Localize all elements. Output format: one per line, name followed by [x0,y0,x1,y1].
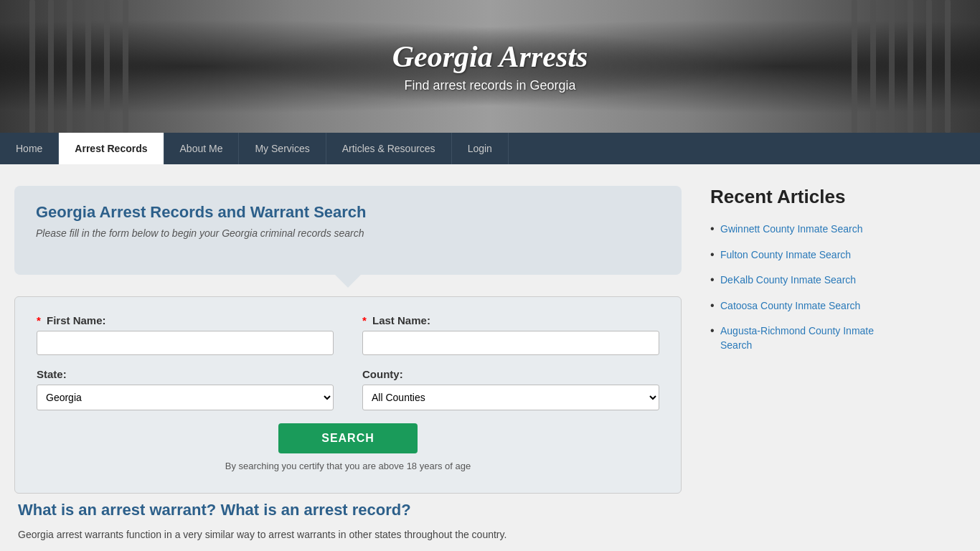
bottom-title: What is an arrest warrant? What is an ar… [18,501,678,519]
site-title: Georgia Arrests [392,39,588,74]
sidebar: Recent Articles Gwinnett County Inmate S… [696,179,897,551]
article-catoosa[interactable]: Catoosa County Inmate Search [720,300,860,311]
nav-login[interactable]: Login [452,133,509,164]
nav-my-services[interactable]: My Services [239,133,326,164]
county-group: County: All Counties Fulton County Gwinn… [362,368,659,410]
state-label: State: [37,368,334,380]
recent-articles-list: Gwinnett County Inmate Search Fulton Cou… [710,222,882,353]
main-wrapper: Georgia Arrest Records and Warrant Searc… [0,164,980,551]
article-gwinnett[interactable]: Gwinnett County Inmate Search [720,223,862,235]
article-augusta[interactable]: Augusta-Richmond County Inmate Search [720,325,874,351]
search-form-area: * First Name: * Last Name: State: [14,296,682,494]
first-name-label: * First Name: [37,314,334,326]
list-item: Catoosa County Inmate Search [710,299,882,314]
last-name-label: * Last Name: [362,314,659,326]
search-box-title: Georgia Arrest Records and Warrant Searc… [36,203,660,222]
sidebar-title: Recent Articles [710,186,882,208]
header-bars-left [0,0,158,133]
first-name-group: * First Name: [37,314,334,355]
list-item: Gwinnett County Inmate Search [710,222,882,237]
search-box-subtitle: Please fill in the form below to begin y… [36,227,660,239]
last-name-required: * [362,314,367,326]
list-item: DeKalb County Inmate Search [710,273,882,288]
article-dekalb[interactable]: DeKalb County Inmate Search [720,274,856,286]
site-header: Georgia Arrests Find arrest records in G… [0,0,980,133]
search-info-box: Georgia Arrest Records and Warrant Searc… [14,186,682,275]
bottom-section: What is an arrest warrant? What is an ar… [14,494,682,550]
county-label: County: [362,368,659,380]
county-select[interactable]: All Counties Fulton County Gwinnett Coun… [362,385,659,410]
nav-arrest-records[interactable]: Arrest Records [59,133,164,164]
first-name-required: * [37,314,41,326]
content-area: Georgia Arrest Records and Warrant Searc… [0,179,696,551]
main-nav: Home Arrest Records About Me My Services… [0,133,980,164]
state-group: State: Georgia [37,368,334,410]
nav-articles[interactable]: Articles & Resources [326,133,452,164]
bottom-text: Georgia arrest warrants function in a ve… [18,527,678,542]
name-row: * First Name: * Last Name: [37,314,659,355]
list-item: Augusta-Richmond County Inmate Search [710,324,882,352]
nav-home[interactable]: Home [0,133,59,164]
state-select[interactable]: Georgia [37,385,334,410]
first-name-input[interactable] [37,331,334,355]
location-row: State: Georgia County: All Counties Fult… [37,368,659,410]
site-subtitle: Find arrest records in Georgia [392,78,588,93]
header-content: Georgia Arrests Find arrest records in G… [392,39,588,93]
search-button[interactable]: SEARCH [278,423,418,453]
last-name-group: * Last Name: [362,314,659,355]
header-bars-right [822,0,980,133]
last-name-input[interactable] [362,331,659,355]
nav-about-me[interactable]: About Me [164,133,240,164]
list-item: Fulton County Inmate Search [710,248,882,263]
article-fulton[interactable]: Fulton County Inmate Search [720,249,851,260]
search-disclaimer: By searching you certify that you are ab… [37,461,659,471]
